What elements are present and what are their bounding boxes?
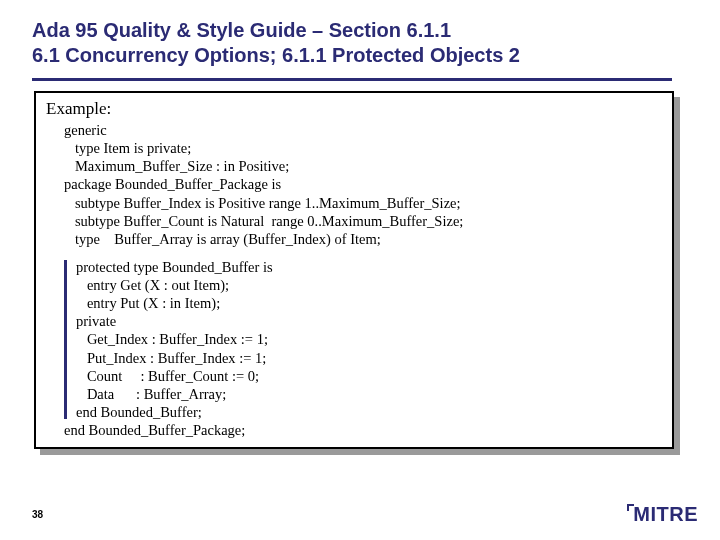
example-box: Example: generic type Item is private; M… (34, 91, 674, 449)
mitre-logo: MITRE (633, 503, 698, 526)
code-block-end: end Bounded_Buffer_Package; (64, 421, 662, 439)
title-line-1: Ada 95 Quality & Style Guide – Section 6… (32, 18, 688, 43)
change-bar (64, 260, 67, 419)
example-label: Example: (46, 99, 662, 119)
code-block-protected: protected type Bounded_Buffer is entry G… (76, 258, 662, 421)
page-number: 38 (32, 509, 43, 520)
slide-container: Ada 95 Quality & Style Guide – Section 6… (0, 0, 720, 449)
example-box-wrap: Example: generic type Item is private; M… (34, 91, 674, 449)
logo-text: MITRE (633, 503, 698, 525)
logo-corner-icon (627, 504, 634, 511)
code-block-protected-wrap: protected type Bounded_Buffer is entry G… (64, 258, 662, 421)
title-underline (32, 78, 672, 81)
title-line-2: 6.1 Concurrency Options; 6.1.1 Protected… (32, 43, 688, 68)
code-block-generic: generic type Item is private; Maximum_Bu… (64, 121, 662, 248)
